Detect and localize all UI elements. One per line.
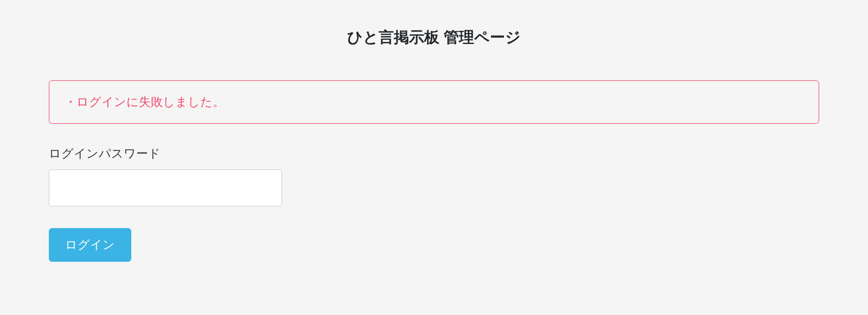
error-list: ・ログインに失敗しました。 bbox=[65, 94, 803, 110]
login-button[interactable]: ログイン bbox=[49, 228, 131, 262]
password-form-group: ログインパスワード bbox=[49, 146, 819, 206]
password-input[interactable] bbox=[49, 169, 282, 206]
error-message-box: ・ログインに失敗しました。 bbox=[49, 80, 819, 124]
page-title: ひと言掲示板 管理ページ bbox=[49, 27, 819, 48]
main-container: ひと言掲示板 管理ページ ・ログインに失敗しました。 ログインパスワード ログイ… bbox=[49, 0, 819, 262]
password-label: ログインパスワード bbox=[49, 146, 819, 162]
error-item: ・ログインに失敗しました。 bbox=[65, 94, 803, 110]
